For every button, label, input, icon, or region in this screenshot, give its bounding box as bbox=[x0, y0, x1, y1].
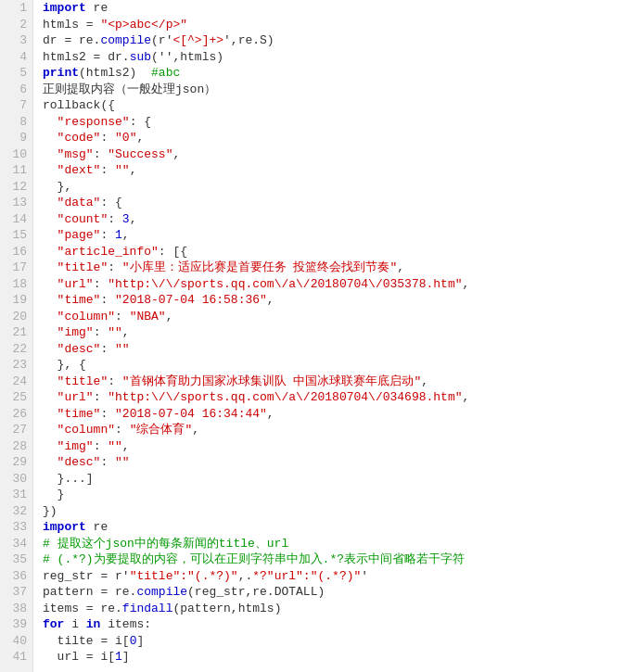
token-plain: : bbox=[115, 310, 130, 323]
code-line: print(htmls2) #abc bbox=[43, 65, 638, 82]
code-line: "count": 3, bbox=[43, 211, 638, 228]
line-number: 4 bbox=[0, 49, 32, 66]
line-number: 9 bbox=[0, 130, 32, 146]
line-number: 5 bbox=[0, 65, 32, 82]
token-plain: } bbox=[43, 488, 64, 501]
token-plain bbox=[43, 196, 57, 209]
token-plain: , bbox=[463, 277, 470, 291]
code-line: "dext": "", bbox=[43, 162, 638, 179]
token-plain bbox=[43, 228, 57, 242]
code-line: "column": "NBA", bbox=[43, 309, 638, 325]
token-plain: , bbox=[463, 390, 470, 404]
token-plain: htmls = bbox=[43, 18, 100, 32]
token-plain bbox=[43, 212, 57, 226]
token-kw: import bbox=[43, 1, 86, 15]
token-plain bbox=[43, 260, 57, 274]
code-line: "code": "0", bbox=[43, 130, 638, 146]
code-line: dr = re.compile(r'<[^>]+>',re.S) bbox=[43, 32, 638, 49]
line-number: 27 bbox=[0, 422, 32, 438]
code-line: "img": "", bbox=[43, 438, 638, 455]
token-comment: # 提取这个json中的每条新闻的title、url bbox=[43, 537, 288, 551]
code-line: }, { bbox=[43, 357, 638, 374]
token-func: compile bbox=[100, 33, 151, 47]
token-plain: : bbox=[94, 439, 108, 453]
token-str: "首钢体育助力国家冰球集训队 中国冰球联赛年底启动" bbox=[122, 374, 421, 388]
line-number: 37 bbox=[0, 584, 32, 601]
token-plain: : bbox=[94, 325, 108, 339]
line-number: 2 bbox=[0, 17, 32, 33]
token-str: "data" bbox=[57, 196, 101, 209]
line-number: 28 bbox=[0, 438, 32, 455]
token-plain: dr = re. bbox=[43, 33, 100, 47]
token-plain bbox=[43, 131, 57, 145]
token-str: "title" bbox=[57, 260, 108, 274]
token-plain: , bbox=[122, 325, 130, 339]
token-func: sub bbox=[130, 50, 151, 64]
token-str: "desc" bbox=[57, 455, 101, 469]
line-number: 33 bbox=[0, 519, 32, 536]
line-number: 17 bbox=[0, 260, 32, 276]
token-plain: url = i[ bbox=[43, 650, 115, 664]
code-line: "title": "首钢体育助力国家冰球集训队 中国冰球联赛年底启动", bbox=[43, 374, 638, 390]
token-str: "time" bbox=[57, 293, 101, 307]
line-number: 34 bbox=[0, 536, 32, 552]
token-plain bbox=[43, 163, 57, 177]
token-plain: ] bbox=[136, 634, 144, 648]
token-plain: (reg_str,re.DOTALL) bbox=[187, 585, 325, 599]
token-str: "img" bbox=[57, 325, 94, 339]
code-line: import re bbox=[43, 0, 638, 17]
token-plain: : bbox=[108, 374, 122, 388]
token-str: "<p>abc</p>" bbox=[100, 18, 187, 32]
token-plain: rollback({ bbox=[43, 98, 115, 112]
token-plain bbox=[43, 439, 57, 453]
token-plain: , bbox=[267, 293, 274, 307]
token-plain: : [{ bbox=[159, 245, 187, 259]
line-number: 25 bbox=[0, 389, 32, 406]
token-str: "title" bbox=[57, 374, 108, 388]
code-line: "url": "http:\/\/sports.qq.com\/a\/20180… bbox=[43, 276, 638, 293]
line-number: 7 bbox=[0, 97, 32, 114]
line-number: 19 bbox=[0, 292, 32, 309]
token-plain: , bbox=[172, 147, 180, 161]
token-str: "NBA" bbox=[130, 310, 166, 323]
token-plain: : bbox=[108, 212, 122, 226]
token-str: "http:\/\/sports.qq.com\/a\/20180704\/03… bbox=[108, 390, 462, 404]
token-plain: re bbox=[86, 520, 108, 534]
token-plain: }, { bbox=[43, 358, 86, 372]
code-line: # (.*?)为要提取的内容，可以在正则字符串中加入.*?表示中间省略若干字符 bbox=[43, 552, 638, 568]
token-plain: , bbox=[122, 439, 130, 453]
code-line: }) bbox=[43, 503, 638, 520]
token-plain: ('',htmls) bbox=[151, 50, 223, 64]
token-plain bbox=[43, 293, 57, 307]
token-plain: , bbox=[421, 374, 428, 388]
code-line: } bbox=[43, 487, 638, 503]
token-plain bbox=[43, 115, 57, 129]
token-kw: print bbox=[43, 66, 79, 80]
code-content[interactable]: import rehtmls = "<p>abc</p>"dr = re.com… bbox=[33, 0, 638, 672]
token-str: "code" bbox=[57, 131, 101, 145]
code-line: "time": "2018-07-04 16:34:44", bbox=[43, 406, 638, 423]
token-kw: in bbox=[86, 617, 101, 631]
token-str: "" bbox=[115, 163, 130, 177]
token-str: "desc" bbox=[57, 342, 101, 356]
line-number: 31 bbox=[0, 487, 32, 503]
token-plain: ,. bbox=[238, 569, 253, 583]
token-plain: (pattern,htmls) bbox=[172, 602, 281, 615]
code-line: 正则提取内容（一般处理json） bbox=[43, 82, 638, 98]
token-plain: i bbox=[64, 617, 85, 631]
token-plain: : { bbox=[100, 196, 121, 209]
code-line: }, bbox=[43, 179, 638, 196]
code-line: "url": "http:\/\/sports.qq.com\/a\/20180… bbox=[43, 389, 638, 406]
token-plain: htmls2 = dr. bbox=[43, 50, 130, 64]
token-plain: , bbox=[130, 163, 137, 177]
token-plain: }, bbox=[43, 180, 71, 194]
token-str: <[^>]+> bbox=[172, 33, 223, 47]
token-num: 3 bbox=[122, 212, 130, 226]
code-line: rollback({ bbox=[43, 97, 638, 114]
token-str: "" bbox=[115, 455, 130, 469]
line-number: 12 bbox=[0, 179, 32, 196]
line-number: 21 bbox=[0, 324, 32, 341]
code-line: tilte = i[0] bbox=[43, 633, 638, 650]
line-number: 14 bbox=[0, 211, 32, 228]
line-number: 15 bbox=[0, 227, 32, 244]
